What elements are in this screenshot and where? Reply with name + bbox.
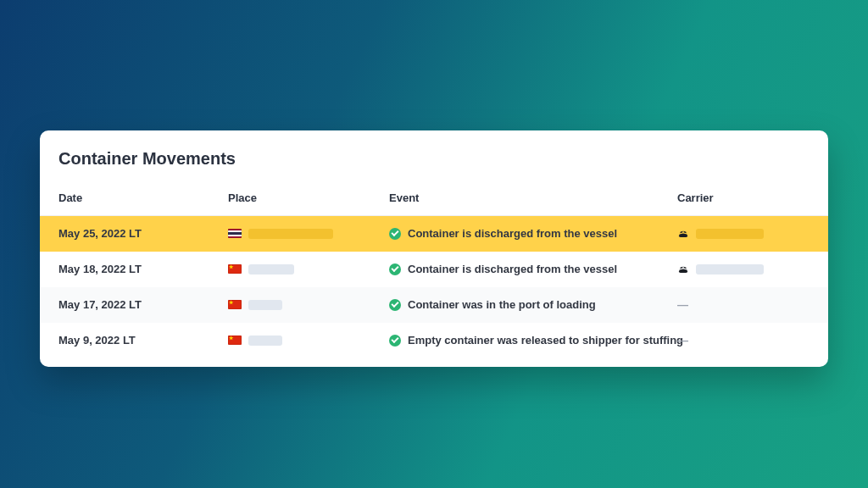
cell-carrier <box>677 263 821 275</box>
cell-place <box>228 264 389 274</box>
cell-event: Empty container was released to shipper … <box>389 334 677 347</box>
check-icon <box>389 263 401 275</box>
redacted-carrier <box>696 229 764 239</box>
redacted-carrier <box>696 264 764 274</box>
no-carrier-dash: — <box>677 298 688 311</box>
container-movements-card: Container Movements Date Place Event Car… <box>40 130 828 367</box>
table-row[interactable]: May 25, 2022 LT Container is discharged … <box>40 216 828 252</box>
flag-cn-icon <box>228 336 242 345</box>
cell-event: Container was in the port of loading <box>389 298 677 311</box>
cell-carrier: — <box>677 334 821 347</box>
cell-date: May 25, 2022 LT <box>58 227 228 240</box>
col-place: Place <box>228 191 389 204</box>
flag-th-icon <box>228 229 242 238</box>
movements-table: Date Place Event Carrier May 25, 2022 LT… <box>40 180 828 358</box>
redacted-place <box>248 300 282 310</box>
col-event: Event <box>389 191 677 204</box>
cell-date: May 9, 2022 LT <box>58 334 228 347</box>
cell-place <box>228 229 389 239</box>
redacted-place <box>248 264 294 274</box>
ship-icon <box>677 228 689 240</box>
cell-event: Container is discharged from the vessel <box>389 263 677 275</box>
cell-carrier <box>677 228 821 240</box>
redacted-place <box>248 336 282 346</box>
cell-carrier: — <box>677 298 821 311</box>
cell-place <box>228 300 389 310</box>
cell-date: May 18, 2022 LT <box>58 263 228 275</box>
flag-cn-icon <box>228 300 242 309</box>
event-text: Empty container was released to shipper … <box>408 334 683 347</box>
event-text: Container is discharged from the vessel <box>408 227 617 240</box>
table-row[interactable]: May 18, 2022 LT Container is discharged … <box>40 252 828 287</box>
no-carrier-dash: — <box>677 334 688 347</box>
table-row[interactable]: May 17, 2022 LT Container was in the por… <box>40 287 828 323</box>
table-header: Date Place Event Carrier <box>40 180 828 216</box>
cell-place <box>228 336 389 346</box>
event-text: Container was in the port of loading <box>408 298 596 311</box>
flag-cn-icon <box>228 264 242 274</box>
event-text: Container is discharged from the vessel <box>408 263 617 275</box>
check-icon <box>389 335 401 347</box>
redacted-place <box>248 229 333 239</box>
ship-icon <box>677 263 689 275</box>
col-carrier: Carrier <box>677 191 821 204</box>
card-title: Container Movements <box>40 149 828 180</box>
cell-event: Container is discharged from the vessel <box>389 227 677 240</box>
check-icon <box>389 228 401 240</box>
col-date: Date <box>58 191 228 204</box>
check-icon <box>389 299 401 311</box>
table-row[interactable]: May 9, 2022 LT Empty container was relea… <box>40 323 828 358</box>
cell-date: May 17, 2022 LT <box>58 298 228 311</box>
